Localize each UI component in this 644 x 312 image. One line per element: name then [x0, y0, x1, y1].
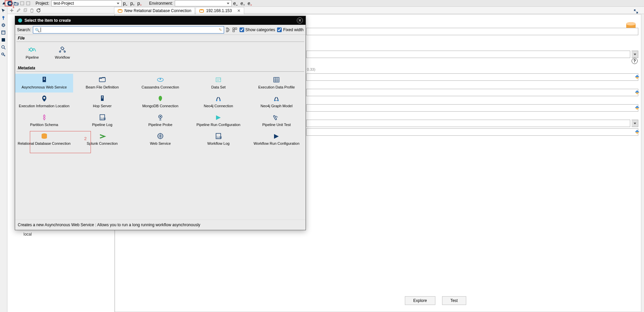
refresh-icon[interactable]: [36, 7, 42, 13]
db-icon: [199, 9, 204, 13]
p-plus[interactable]: p+: [130, 1, 135, 6]
copy-icon[interactable]: [22, 7, 28, 13]
p-x[interactable]: p×: [138, 1, 142, 6]
svg-rect-1: [20, 2, 24, 5]
tab-ip-label: 192.168.1.153: [206, 8, 232, 13]
annotation-num-1: 1: [12, 5, 14, 9]
project-label: Project:: [36, 1, 49, 6]
maximize-icon[interactable]: [634, 9, 639, 14]
pointer-icon[interactable]: [1, 8, 6, 13]
editor-tabs: New Relational Database Connection 192.1…: [114, 7, 641, 14]
project-value: test-Project: [54, 1, 74, 6]
left-tool-strip: [0, 7, 7, 14]
new-icon[interactable]: [7, 1, 13, 6]
save-as-icon[interactable]: [25, 1, 31, 6]
e-plus[interactable]: e+: [240, 1, 245, 6]
e-x[interactable]: e×: [248, 1, 252, 6]
svg-rect-9: [24, 9, 26, 12]
tab-ip[interactable]: 192.168.1.153 ✕: [196, 7, 244, 14]
edit-icon[interactable]: [15, 7, 21, 13]
project-dropdown[interactable]: test-Project: [51, 0, 122, 6]
db-icon: [118, 9, 122, 13]
tab-new-connection[interactable]: New Relational Database Connection: [114, 7, 195, 14]
p-short[interactable]: p‒: [123, 1, 128, 6]
svg-point-11: [118, 9, 122, 10]
svg-rect-2: [26, 2, 30, 5]
close-tab-icon[interactable]: ✕: [237, 8, 240, 13]
tab-new-conn-label: New Relational Database Connection: [124, 8, 191, 13]
env-dropdown[interactable]: [175, 0, 232, 6]
env-label: Environment:: [149, 1, 173, 6]
svg-point-12: [200, 9, 204, 10]
e-short[interactable]: e‒: [233, 1, 238, 6]
delete-icon[interactable]: [29, 7, 35, 13]
top-toolbar: Project: test-Project p‒ p+ p× Environme…: [0, 0, 644, 7]
hop-logo-icon: [1, 1, 7, 6]
save-icon[interactable]: [19, 1, 25, 6]
svg-rect-10: [24, 8, 27, 11]
